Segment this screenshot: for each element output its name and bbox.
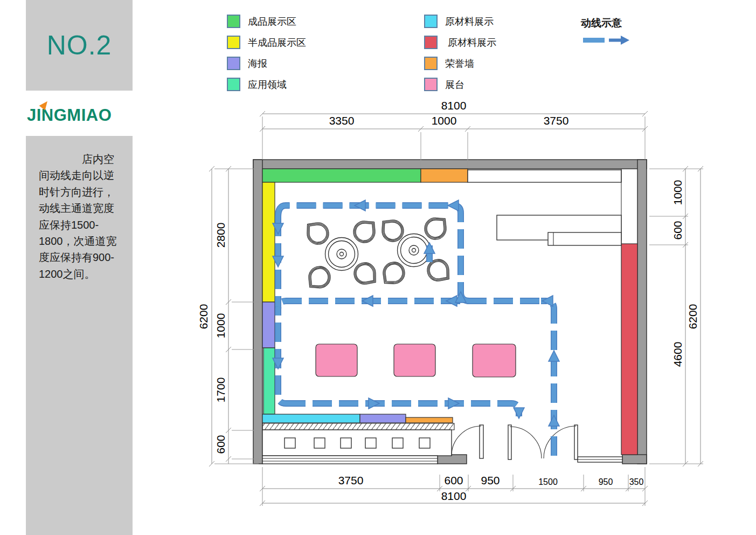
dim-top-seg2: 1000 — [432, 114, 457, 127]
zone-honor-wall-orange — [421, 169, 468, 182]
arrow-left-icon — [448, 200, 459, 211]
flow-middle-run — [278, 301, 539, 310]
flow-legend-label: 动线示意 — [581, 16, 622, 30]
purple-swatch — [227, 57, 240, 70]
dim-right-seg1: 1000 — [671, 180, 684, 205]
dim-bottom-seg3: 950 — [481, 474, 500, 486]
orange-swatch — [424, 57, 438, 70]
zone-raw-material-cyan — [262, 414, 360, 423]
double-door-left-arc — [510, 427, 542, 458]
dim-left-seg3: 1700 — [214, 378, 227, 403]
description-box: 店内空间动线走向以逆时针方向进行，动线主通道宽度应保持1500-1800，次通道… — [26, 136, 133, 535]
dim-right-seg3: 4600 — [671, 342, 684, 367]
zone-poster-purple-2 — [360, 414, 406, 423]
green-swatch — [227, 15, 240, 28]
arrow-down-icon — [514, 408, 524, 419]
dimensions-bottom: 3750 600 950 1500 950 350 8100 — [260, 467, 648, 506]
storefront-window-left — [262, 456, 438, 464]
dim-bottom-seg6: 350 — [629, 477, 644, 486]
display-stand-3 — [473, 344, 516, 377]
cyan-swatch — [424, 15, 438, 28]
single-door — [452, 425, 483, 458]
slide-number: NO.2 — [47, 30, 112, 61]
floor-plan: 8100 3350 1000 3750 6200 — [178, 97, 756, 529]
storefront-window-right — [578, 457, 622, 462]
legend-item-display-stand: 展台 — [424, 77, 496, 92]
zone-honor-wall-orange-2 — [406, 417, 453, 423]
mint-swatch — [227, 78, 240, 91]
jingmiao-logo: JINGMIAO — [26, 101, 133, 128]
flow-left-run — [278, 217, 286, 403]
double-door-right-arc — [544, 426, 576, 458]
dimensions-top: 8100 3350 1000 3750 — [260, 99, 648, 168]
dim-left-seg2: 1000 — [214, 313, 227, 339]
legend-item-honor-wall: 荣誉墙 — [424, 56, 496, 71]
dim-left-seg4: 600 — [214, 435, 227, 454]
arrow-right-icon — [448, 398, 459, 409]
dim-bottom-seg1: 3750 — [338, 474, 364, 486]
single-door-leaf — [480, 425, 483, 458]
legend-item-raw-material-cyan: 原材料展示 — [424, 14, 496, 29]
dim-bottom-seg2: 600 — [444, 474, 463, 486]
dim-left-seg1: 2800 — [214, 223, 227, 248]
double-door — [508, 425, 578, 459]
dim-left-overall: 6200 — [197, 304, 210, 330]
dim-top-overall: 8100 — [441, 99, 467, 112]
arrow-left-icon — [446, 296, 457, 306]
wall-corner-bottom-right — [622, 455, 647, 464]
legend-column-1: 成品展示区 半成品展示区 海报 应用领域 — [227, 14, 306, 98]
logo-text: JINGMIAO — [27, 106, 112, 125]
dim-bottom-seg5: 950 — [599, 477, 613, 486]
description-text: 店内空间动线走向以逆时针方向进行，动线主通道宽度应保持1500-1800，次通道… — [26, 136, 133, 282]
zone-poster-purple — [262, 302, 275, 348]
arrow-left-icon — [355, 200, 365, 211]
arrow-up-icon — [549, 415, 559, 426]
display-stand-2 — [394, 344, 435, 376]
pink-swatch — [424, 78, 438, 91]
single-door-swing-arc — [452, 426, 481, 456]
legend-item-raw-material-red: 原材料展示 — [424, 35, 496, 50]
wall-left — [253, 160, 262, 464]
dimensions-right: 1000 600 4600 6200 — [649, 166, 703, 467]
legend-item-poster: 海报 — [227, 56, 306, 71]
display-stand-1 — [316, 344, 357, 376]
dim-right-overall: 6200 — [686, 304, 699, 330]
yellow-swatch — [227, 36, 240, 49]
wall-right — [637, 160, 647, 464]
legend-item-finished-goods: 成品展示区 — [227, 14, 306, 29]
arrow-left-icon — [362, 296, 373, 306]
zone-raw-material-red — [621, 244, 637, 455]
red-swatch — [424, 36, 438, 49]
counter-hatch-band — [262, 423, 454, 430]
dim-bottom-seg4: 1500 — [538, 477, 558, 486]
flow-entry-run — [541, 301, 554, 456]
double-door-left-leaf — [508, 425, 511, 459]
zone-finished-goods-green — [262, 169, 421, 182]
double-door-right-leaf — [574, 425, 578, 459]
round-table-1 — [325, 238, 358, 271]
legend-item-application: 应用领域 — [227, 77, 306, 92]
legend-item-semifinished: 半成品展示区 — [227, 35, 306, 50]
dim-top-seg3: 3750 — [544, 114, 569, 127]
zone-semifinished-yellow — [262, 182, 275, 302]
top-wall-shelf — [468, 170, 621, 182]
counter-lower-shelf — [548, 232, 621, 245]
arrow-left-icon — [542, 296, 553, 306]
arrow-up-icon — [549, 351, 559, 361]
zones — [262, 169, 637, 455]
dim-bottom-overall: 8100 — [441, 490, 467, 502]
slide-number-box: NO.2 — [26, 0, 133, 91]
slide-page: NO.2 JINGMIAO 店内空间动线走向以逆时针方向进行，动线主通道宽度应保… — [0, 0, 756, 535]
flow-legend-arrow-icon — [582, 33, 633, 46]
legend-column-2: 原材料展示 原材料展示 荣誉墙 展台 — [424, 14, 496, 98]
arrow-right-icon — [369, 398, 379, 409]
dimensions-left: 6200 2800 1000 1700 600 — [197, 166, 259, 467]
wall-top — [253, 160, 647, 169]
dim-top-seg1: 3350 — [329, 114, 355, 127]
dim-right-seg2: 600 — [671, 221, 684, 239]
